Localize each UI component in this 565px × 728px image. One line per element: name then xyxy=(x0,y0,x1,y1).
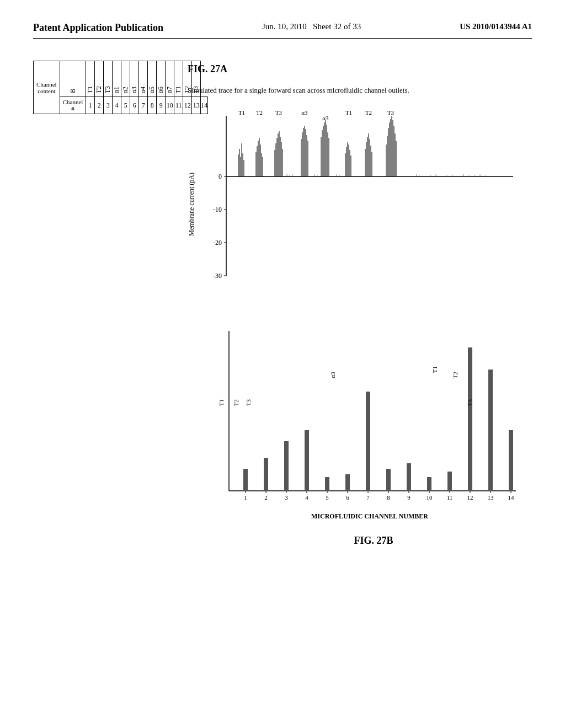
cluster-a3-2: α3 xyxy=(321,115,329,176)
svg-text:6: 6 xyxy=(346,494,349,501)
chart27a-svg: 0 -10 -20 -30 xyxy=(199,105,519,303)
svg-text:1: 1 xyxy=(244,494,247,501)
cluster-a3-1: α3 xyxy=(301,109,308,176)
col-header-2: T2 xyxy=(95,86,103,93)
svg-text:T2: T2 xyxy=(365,109,372,116)
col-header-1: T1 xyxy=(86,86,94,93)
header-cell-10: α7 xyxy=(166,61,174,97)
cluster-T2-2: T2 xyxy=(365,109,372,176)
svg-text:10: 10 xyxy=(427,494,433,501)
svg-rect-126 xyxy=(264,458,268,491)
header-cell-8: α5 xyxy=(148,61,157,97)
svg-text:T3: T3 xyxy=(275,109,282,116)
main-content: ChannelcontentBT1T2T3α1α2α3α4α5α6α7T1T2T… xyxy=(33,61,532,552)
svg-rect-135 xyxy=(447,472,452,491)
svg-text:T1: T1 xyxy=(238,109,245,116)
col-header-6: α3 xyxy=(130,87,138,93)
fig27a-label: FIG. 27A xyxy=(188,63,532,75)
col-header-5: α2 xyxy=(121,87,130,93)
col-header-8: α5 xyxy=(148,87,156,93)
header-patent: US 2010/0143944 A1 xyxy=(460,22,532,31)
header-sheet: Sheet 32 of 33 xyxy=(313,22,361,31)
svg-text:8: 8 xyxy=(387,494,390,501)
number-cell-5: 6 xyxy=(130,97,139,114)
svg-rect-136 xyxy=(468,347,472,491)
cluster-T1-1: T1 xyxy=(238,109,245,176)
col-header-12: T2 xyxy=(183,86,191,93)
col-header-10: α7 xyxy=(166,87,174,93)
cluster-T1-2: T1 xyxy=(345,109,352,176)
header-cell-5: α2 xyxy=(121,61,130,97)
label-channel-content: Channelcontent xyxy=(34,61,60,114)
svg-rect-132 xyxy=(386,469,391,491)
fig27a-caption: Simulated trace for a single forward sca… xyxy=(188,86,532,95)
header-cell-3: T3 xyxy=(104,61,113,97)
number-cell-2: 3 xyxy=(104,97,113,114)
col-header-0: B xyxy=(69,89,77,93)
col-header-13: T3 xyxy=(192,86,200,93)
chart27a-wrapper: Membrane current (pA) 0 -10 xyxy=(188,105,532,303)
svg-text:13: 13 xyxy=(488,494,494,501)
col-header-3: T3 xyxy=(104,86,112,93)
header-cell-7: α4 xyxy=(139,61,148,97)
svg-text:-20: -20 xyxy=(213,239,222,247)
number-cell-8: 9 xyxy=(157,97,166,114)
svg-text:T2: T2 xyxy=(256,109,263,116)
fig27b-section: 1 2 3 4 5 xyxy=(188,320,532,552)
svg-text:MICROFLUIDIC CHANNEL NUMBER: MICROFLUIDIC CHANNEL NUMBER xyxy=(311,512,428,520)
cluster-T2-1: T2 xyxy=(256,109,263,176)
cluster-T3-1: T3 xyxy=(275,109,282,176)
label-channel-num: Channel # xyxy=(60,97,86,114)
number-cell-6: 7 xyxy=(139,97,148,114)
svg-rect-129 xyxy=(325,477,329,491)
svg-rect-128 xyxy=(305,430,309,491)
left-section: ChannelcontentBT1T2T3α1α2α3α4α5α6α7T1T2T… xyxy=(33,61,177,552)
right-section: FIG. 27A Simulated trace for a single fo… xyxy=(188,61,532,552)
svg-text:T1: T1 xyxy=(431,366,438,373)
chart27b-svg: 1 2 3 4 5 xyxy=(201,320,521,529)
col-header-7: α4 xyxy=(139,87,147,93)
svg-text:T3: T3 xyxy=(245,399,252,406)
number-cell-9: 10 xyxy=(166,97,174,114)
svg-rect-134 xyxy=(427,477,431,491)
chart27a-container: 0 -10 -20 -30 xyxy=(199,105,519,303)
col-header-11: T1 xyxy=(174,86,183,93)
svg-text:T2: T2 xyxy=(233,399,239,406)
channel-table-rebuilt: ChannelcontentBT1T2T3α1α2α3α4α5α6α7T1T2T… xyxy=(33,61,208,114)
svg-text:11: 11 xyxy=(447,494,453,501)
header-cell-9: α6 xyxy=(157,61,166,97)
header-cell-2: T2 xyxy=(95,61,104,97)
fig27b-label: FIG. 27B xyxy=(215,535,532,547)
number-cell-4: 5 xyxy=(121,97,130,114)
svg-text:5: 5 xyxy=(326,494,329,501)
svg-text:0: 0 xyxy=(218,173,222,180)
col-header-9: α6 xyxy=(157,87,165,93)
svg-rect-137 xyxy=(488,370,493,491)
svg-text:α3: α3 xyxy=(329,372,336,378)
svg-text:-10: -10 xyxy=(213,206,222,213)
svg-text:T2: T2 xyxy=(452,372,459,378)
header-cell-4: α1 xyxy=(113,61,121,97)
cluster-T3-2: T3 xyxy=(386,109,396,176)
y-axis-label-a: Membrane current (pA) xyxy=(188,173,196,236)
svg-text:α3: α3 xyxy=(301,109,308,116)
svg-text:T1: T1 xyxy=(345,109,352,116)
header-title: Patent Application Publication xyxy=(33,22,163,34)
header-cell-6: α3 xyxy=(130,61,139,97)
svg-rect-130 xyxy=(345,474,350,491)
header-date: Jun. 10, 2010 xyxy=(262,22,307,31)
col-header-4: α1 xyxy=(113,87,121,93)
header-cell-11: T1 xyxy=(174,61,183,97)
svg-text:T3: T3 xyxy=(467,399,473,406)
number-cell-0: 1 xyxy=(86,97,95,114)
svg-rect-131 xyxy=(366,392,370,491)
svg-rect-133 xyxy=(407,463,411,491)
svg-rect-138 xyxy=(509,430,513,491)
svg-text:14: 14 xyxy=(508,494,515,501)
svg-text:4: 4 xyxy=(305,494,308,501)
svg-text:12: 12 xyxy=(467,494,473,501)
page: Patent Application Publication Jun. 10, … xyxy=(0,0,565,728)
number-cell-3: 4 xyxy=(113,97,121,114)
header-cell-1: T1 xyxy=(86,61,95,97)
number-cell-1: 2 xyxy=(95,97,104,114)
